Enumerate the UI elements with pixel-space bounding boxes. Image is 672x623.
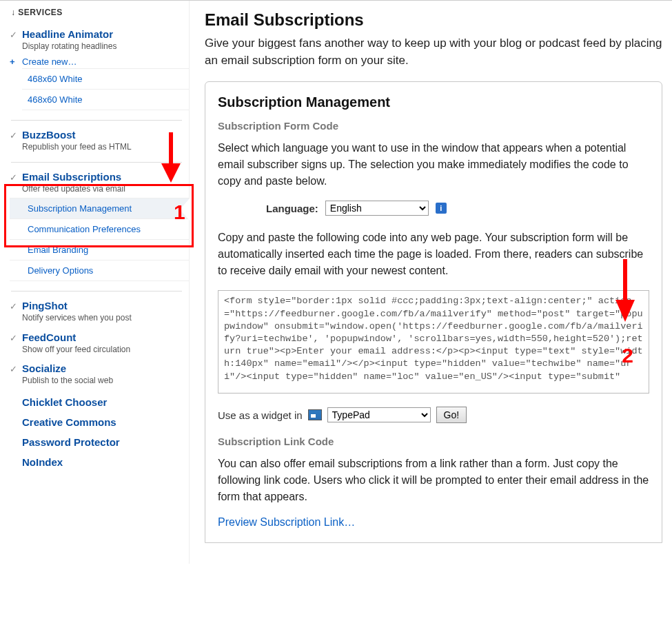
pingshot-link[interactable]: PingShot — [22, 300, 68, 312]
link-code-text: You can also offer email subscriptions f… — [218, 456, 649, 505]
annotation-arrow-2-icon — [611, 256, 639, 325]
sidebar-header: ↓ SERVICES — [10, 8, 189, 17]
service-pingshot: ✓ PingShot Notify services when you post — [10, 298, 189, 323]
noindex-link[interactable]: NoIndex — [22, 452, 189, 472]
form-code-text: Select which language you want to use in… — [218, 140, 649, 190]
sidebar-item-delivery-options[interactable]: Delivery Options — [10, 260, 189, 281]
headline-animator-desc: Display rotating headlines — [22, 41, 189, 51]
service-socialize: ✓ Socialize Publish to the social web — [10, 361, 189, 385]
annotation-arrow-1-icon — [157, 129, 185, 184]
annotation-number-1: 1 — [174, 201, 185, 224]
language-row: Language: English i — [266, 201, 649, 216]
preview-subscription-link[interactable]: Preview Subscription Link… — [218, 516, 355, 528]
copy-paste-text: Copy and paste the following code into a… — [218, 229, 649, 279]
feedcount-desc: Show off your feed circulation — [22, 345, 189, 354]
email-subscriptions-link[interactable]: Email Subscriptions — [22, 171, 121, 183]
widget-row: Use as a widget in TypePad Go! — [218, 407, 649, 423]
language-select[interactable]: English — [325, 201, 429, 216]
svg-marker-1 — [161, 163, 181, 183]
sidebar: ↓ SERVICES ✓ Headline Animator Display r… — [0, 1, 190, 564]
check-icon: ✓ — [10, 364, 18, 374]
link-code-heading: Subscription Link Code — [218, 436, 649, 447]
widget-icon — [308, 409, 322, 420]
svg-marker-3 — [615, 300, 635, 322]
plus-icon: + — [10, 57, 18, 67]
service-feedcount: ✓ FeedCount Show off your feed circulati… — [10, 330, 189, 354]
check-icon: ✓ — [10, 333, 18, 343]
panel-title: Subscription Management — [218, 94, 649, 110]
headline-animator-link[interactable]: Headline Animator — [22, 28, 113, 40]
info-icon[interactable]: i — [436, 203, 447, 214]
create-new-link[interactable]: Create new… — [22, 57, 77, 67]
widget-select[interactable]: TypePad — [327, 407, 431, 422]
form-code-heading: Subscription Form Code — [218, 120, 649, 132]
chicklet-chooser-link[interactable]: Chicklet Chooser — [22, 392, 189, 412]
language-label: Language: — [266, 203, 318, 214]
service-headline-animator: ✓ Headline Animator Display rotating hea… — [10, 27, 189, 110]
socialize-desc: Publish to the social web — [22, 376, 189, 385]
intro-text: Give your biggest fans another way to ke… — [205, 35, 662, 69]
annotation-number-2: 2 — [622, 344, 633, 367]
main-content: Email Subscriptions Give your biggest fa… — [190, 1, 672, 564]
check-icon: ✓ — [10, 30, 18, 40]
annotation-box-1 — [4, 184, 194, 247]
widget-label: Use as a widget in — [218, 409, 303, 421]
pingshot-desc: Notify services when you post — [22, 313, 189, 323]
feedcount-link[interactable]: FeedCount — [22, 331, 76, 343]
password-protector-link[interactable]: Password Protector — [22, 432, 189, 452]
size-item-1[interactable]: 468x60 White — [22, 89, 189, 110]
buzzboost-link[interactable]: BuzzBoost — [22, 129, 76, 141]
code-textarea[interactable] — [218, 290, 649, 394]
page-title: Email Subscriptions — [205, 10, 662, 30]
subscription-panel: Subscription Management Subscription For… — [205, 81, 662, 543]
check-icon: ✓ — [10, 172, 18, 183]
creative-commons-link[interactable]: Creative Commons — [22, 412, 189, 432]
check-icon: ✓ — [10, 130, 18, 141]
socialize-link[interactable]: Socialize — [22, 362, 66, 374]
size-item-0[interactable]: 468x60 White — [22, 68, 189, 89]
check-icon: ✓ — [10, 301, 18, 312]
go-button[interactable]: Go! — [436, 407, 467, 423]
